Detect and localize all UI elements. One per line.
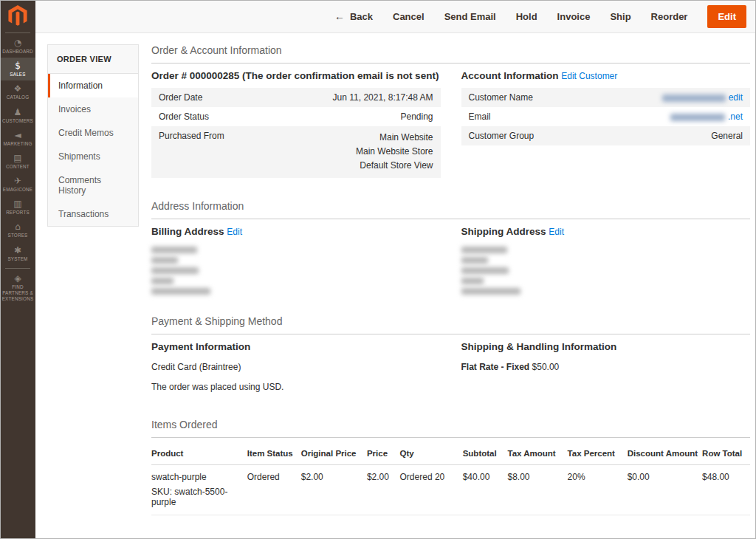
magento-logo[interactable] <box>8 5 27 27</box>
stores-icon: ⌂ <box>15 222 21 231</box>
account-information-block: Account Information Edit Customer Custom… <box>461 70 751 178</box>
edit-billing-address-link[interactable]: Edit <box>227 227 242 237</box>
edit-customer-name-link[interactable]: edit <box>729 92 743 103</box>
main-column: ← Back Cancel Send Email Hold Invoice Sh… <box>35 0 756 539</box>
sidebar-item-sales[interactable]: $ SALES <box>0 58 35 80</box>
sidebar-item-customers[interactable]: ♟ CUSTOMERS <box>0 104 35 127</box>
billing-address-block: Billing Address Edit <box>151 226 441 295</box>
edit-customer-link[interactable]: Edit Customer <box>561 71 617 81</box>
shipping-information-block: Shipping & Handling Information Flat Rat… <box>461 341 751 392</box>
cancel-button[interactable]: Cancel <box>393 11 425 22</box>
reorder-button[interactable]: Reorder <box>651 11 688 22</box>
system-icon: ✱ <box>14 246 21 255</box>
tab-information[interactable]: Information <box>48 74 138 97</box>
sidebar-item-stores[interactable]: ⌂ STORES <box>0 219 35 241</box>
blurred-customer-name <box>662 95 726 102</box>
tab-credit-memos[interactable]: Credit Memos <box>48 121 138 145</box>
sidebar-divider <box>5 268 30 269</box>
tab-shipments[interactable]: Shipments <box>48 145 138 168</box>
edit-button[interactable]: Edit <box>707 5 746 28</box>
customers-icon: ♟ <box>14 108 22 117</box>
table-row: Email .net <box>461 107 751 126</box>
ship-button[interactable]: Ship <box>610 11 630 22</box>
content-icon: ▤ <box>13 154 21 162</box>
blurred-billing-address <box>151 247 441 295</box>
order-view-panel: ORDER VIEW Information Invoices Credit M… <box>47 44 139 227</box>
payment-information-block: Payment Information Credit Card (Braintr… <box>151 341 441 392</box>
table-row: Order Status Pending <box>151 107 441 126</box>
order-information-block: Order # 000000285 (The order confirmatio… <box>151 70 441 178</box>
order-info-table: Order Date Jun 11, 2021, 8:17:48 AM Orde… <box>151 88 441 178</box>
back-button[interactable]: ← Back <box>334 10 373 22</box>
content-area: ORDER VIEW Information Invoices Credit M… <box>35 33 756 539</box>
back-arrow-icon: ← <box>334 10 345 22</box>
order-actions-toolbar: ← Back Cancel Send Email Hold Invoice Sh… <box>35 0 756 33</box>
edit-shipping-address-link[interactable]: Edit <box>549 227 564 237</box>
payment-currency-note: The order was placed using USD. <box>151 382 441 392</box>
product-sku: SKU: swatch-5500-purple <box>151 487 243 507</box>
product-name: swatch-purple <box>151 472 243 482</box>
admin-window: ◔ DASHBOARD $ SALES ❖ CATALOG ♟ CUSTOMER… <box>0 0 756 539</box>
shipping-information-heading: Shipping & Handling Information <box>461 341 751 352</box>
order-detail-main: Order & Account Information Order # 0000… <box>139 44 750 539</box>
table-row: Customer Group General <box>461 126 751 145</box>
account-information-heading: Account Information Edit Customer <box>461 70 751 81</box>
sales-icon: $ <box>15 61 21 70</box>
table-row: Customer Name edit <box>461 88 751 107</box>
find-partners-icon: ◈ <box>14 274 21 283</box>
account-info-table: Customer Name edit Email .net <box>461 88 751 145</box>
items-table-row: swatch-purple SKU: swatch-5500-purple Or… <box>151 464 750 515</box>
table-row: Purchased From Main Website Main Website… <box>151 126 441 178</box>
emagicone-icon: ✈ <box>14 176 21 185</box>
tab-transactions[interactable]: Transactions <box>48 202 138 226</box>
shipping-address-block: Shipping Address Edit <box>461 226 751 295</box>
admin-sidebar: ◔ DASHBOARD $ SALES ❖ CATALOG ♟ CUSTOMER… <box>0 0 35 539</box>
billing-address-heading: Billing Address <box>151 226 224 237</box>
shipping-method: Flat Rate - Fixed $50.00 <box>461 362 751 372</box>
sidebar-divider <box>5 32 30 33</box>
items-table-header-row: Product Item Status Original Price Price… <box>151 442 750 465</box>
sidebar-item-catalog[interactable]: ❖ CATALOG <box>0 80 35 103</box>
payment-information-heading: Payment Information <box>151 341 441 352</box>
sidebar-item-content[interactable]: ▤ CONTENT <box>0 150 35 173</box>
sidebar-item-system[interactable]: ✱ SYSTEM <box>0 242 35 265</box>
payment-method: Credit Card (Braintree) <box>151 362 441 372</box>
table-row: Order Date Jun 11, 2021, 8:17:48 AM <box>151 88 441 107</box>
sidebar-item-dashboard[interactable]: ◔ DASHBOARD <box>0 35 35 58</box>
section-title-items-ordered: Items Ordered <box>151 419 750 438</box>
section-title-order-account: Order & Account Information <box>151 44 750 63</box>
invoice-button[interactable]: Invoice <box>557 11 591 22</box>
order-number-heading: Order # 000000285 (The order confirmatio… <box>151 70 441 81</box>
send-email-button[interactable]: Send Email <box>444 11 496 22</box>
catalog-icon: ❖ <box>14 84 22 93</box>
tab-comments-history[interactable]: Comments History <box>48 168 138 202</box>
shipping-address-heading: Shipping Address <box>461 226 546 237</box>
section-title-address: Address Information <box>151 200 750 219</box>
blurred-shipping-address <box>461 247 751 295</box>
items-ordered-table: Product Item Status Original Price Price… <box>151 442 750 515</box>
dashboard-icon: ◔ <box>14 38 21 47</box>
magento-logo-icon <box>8 5 27 27</box>
blurred-email <box>670 114 725 121</box>
section-title-payment-shipping: Payment & Shipping Method <box>151 315 750 334</box>
tab-invoices[interactable]: Invoices <box>48 97 138 121</box>
sidebar-item-emagicone[interactable]: ✈ EMAGICONE <box>0 173 35 196</box>
sidebar-item-reports[interactable]: ▥ REPORTS <box>0 196 35 219</box>
sidebar-item-find-partners[interactable]: ◈ FIND PARTNERS & EXTENSIONS <box>0 270 35 306</box>
marketing-icon: ◄ <box>14 131 21 140</box>
hold-button[interactable]: Hold <box>516 11 537 22</box>
reports-icon: ▥ <box>13 199 21 208</box>
email-link[interactable]: .net <box>728 111 743 122</box>
sidebar-item-marketing[interactable]: ◄ MARKETING <box>0 127 35 150</box>
order-view-panel-title: ORDER VIEW <box>48 45 138 74</box>
